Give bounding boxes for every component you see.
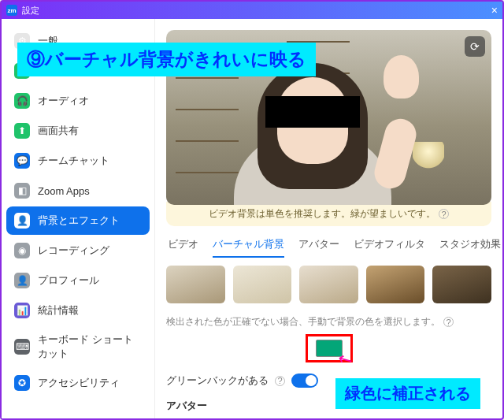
tab-0[interactable]: ビデオ — [168, 237, 198, 258]
app-icon: zm — [6, 5, 17, 16]
green-screen-toggle[interactable] — [291, 374, 318, 388]
person-silhouette — [222, 47, 403, 205]
help-icon[interactable]: ? — [443, 317, 454, 327]
sidebar-icon: 👤 — [14, 213, 30, 229]
background-color-chip[interactable] — [316, 340, 343, 357]
tab-1[interactable]: バーチャル背景 — [213, 237, 284, 258]
hint-text: 検出された色が正確でない場合、手動で背景の色を選択します。 — [166, 316, 440, 328]
sidebar-icon: ◉ — [14, 243, 30, 258]
tab-4[interactable]: スタジオ効果 — [439, 237, 501, 258]
sidebar-item-7[interactable]: ◉レコーディング — [6, 236, 150, 265]
rotate-icon[interactable]: ⟳ — [465, 36, 485, 57]
sidebar-item-label: チームチャット — [38, 154, 109, 168]
tab-2[interactable]: アバター — [298, 237, 339, 258]
help-icon[interactable]: ? — [275, 376, 285, 386]
sidebar-item-label: 一般 — [38, 34, 58, 48]
sidebar-icon: ⬆ — [14, 123, 30, 139]
settings-window: zm 設定 × ⚙一般▣ビデオ🎧オーディオ⬆画面共有💬チームチャット◧Zoom … — [0, 0, 504, 420]
sidebar-item-label: 画面共有 — [38, 124, 79, 138]
video-preview: ⟳ — [166, 30, 491, 205]
sidebar-item-label: アクセシビリティ — [38, 376, 120, 390]
face-redaction-bar — [265, 96, 360, 128]
green-screen-row: グリーンバックがある ? — [166, 374, 491, 388]
window-title: 設定 — [22, 5, 39, 17]
avatar-section-heading: アバター — [166, 399, 491, 413]
sidebar-item-label: レコーディング — [38, 243, 109, 258]
background-thumb[interactable] — [233, 266, 292, 303]
background-thumb[interactable] — [299, 266, 358, 303]
background-thumb[interactable] — [166, 266, 225, 303]
sidebar-item-8[interactable]: 👤プロフィール — [6, 266, 150, 295]
background-thumbnails — [166, 266, 491, 303]
background-notice: ビデオ背景は単色を推奨します。緑が望ましいです。 ? — [166, 202, 491, 226]
titlebar: zm 設定 × — [2, 2, 502, 19]
main-panel: ⟳ ビデオ背景は単色を推奨します。緑が望ましいです。 ? ビデオバーチャル背景ア… — [155, 19, 502, 418]
help-icon[interactable]: ? — [439, 209, 449, 219]
background-thumb[interactable] — [366, 266, 425, 303]
sidebar-icon: 🎧 — [14, 93, 30, 109]
sidebar-item-label: Zoom Apps — [38, 185, 90, 197]
green-screen-label: グリーンバックがある — [166, 374, 269, 388]
sidebar-icon: 📊 — [14, 303, 30, 318]
sidebar-item-0[interactable]: ⚙一般 — [6, 27, 150, 55]
sidebar-item-4[interactable]: 💬チームチャット — [6, 147, 150, 175]
sidebar-item-1[interactable]: ▣ビデオ — [6, 57, 150, 85]
sidebar-item-label: ビデオ — [38, 64, 69, 78]
notice-text: ビデオ背景は単色を推奨します。緑が望ましいです。 — [209, 208, 435, 220]
sidebar-item-11[interactable]: ✪アクセシビリティ — [6, 369, 150, 397]
sidebar-item-3[interactable]: ⬆画面共有 — [6, 117, 150, 145]
effect-tabs: ビデオバーチャル背景アバタービデオフィルタスタジオ効果 — [168, 237, 490, 258]
sidebar-icon: ⌨ — [14, 339, 30, 355]
sidebar-item-5[interactable]: ◧Zoom Apps — [6, 177, 150, 205]
sidebar-item-label: オーディオ — [38, 94, 89, 108]
sidebar-item-6[interactable]: 👤背景とエフェクト — [6, 206, 150, 235]
sidebar-item-label: 背景とエフェクト — [38, 214, 120, 228]
window-body: ⚙一般▣ビデオ🎧オーディオ⬆画面共有💬チームチャット◧Zoom Apps👤背景と… — [2, 19, 502, 418]
sidebar: ⚙一般▣ビデオ🎧オーディオ⬆画面共有💬チームチャット◧Zoom Apps👤背景と… — [2, 19, 155, 418]
sidebar-item-label: 統計情報 — [38, 303, 79, 318]
tab-3[interactable]: ビデオフィルタ — [354, 237, 425, 258]
sidebar-item-label: キーボード ショートカット — [38, 333, 142, 361]
sidebar-item-2[interactable]: 🎧オーディオ — [6, 87, 150, 115]
sidebar-icon: ✪ — [14, 375, 30, 391]
background-thumb[interactable] — [432, 266, 491, 303]
color-chip-highlight — [306, 334, 353, 362]
close-icon[interactable]: × — [491, 4, 498, 17]
sidebar-item-10[interactable]: ⌨キーボード ショートカット — [6, 326, 150, 367]
sidebar-item-9[interactable]: 📊統計情報 — [6, 296, 150, 325]
sidebar-icon: ▣ — [14, 63, 30, 79]
sidebar-icon: ◧ — [14, 183, 30, 199]
sidebar-icon: 👤 — [14, 273, 30, 288]
manual-color-hint: 検出された色が正確でない場合、手動で背景の色を選択します。 ? — [166, 316, 491, 328]
sidebar-icon: 💬 — [14, 153, 30, 169]
sidebar-item-label: プロフィール — [38, 273, 99, 288]
sidebar-icon: ⚙ — [14, 33, 30, 49]
